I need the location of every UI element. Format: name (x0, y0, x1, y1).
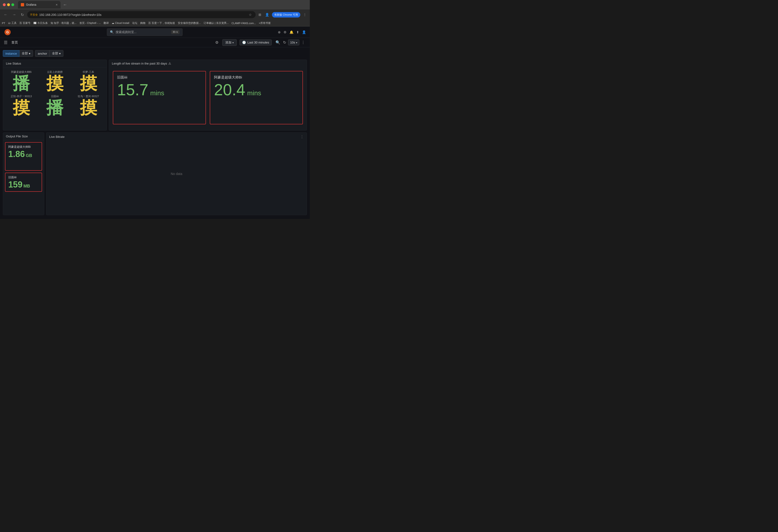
browser-tab-grafana[interactable]: Grafana ✕ (18, 1, 61, 8)
close-window-button[interactable] (3, 3, 6, 6)
stream-length-warning-icon: ⚠ (168, 62, 171, 65)
stream-stats: 旧面iiii 15.7 mins 阿豪是超级大帅Bi 20.4 mins (109, 67, 307, 128)
browser-toolbar: ← → ↻ 不安全 192.168.200.110:9972/?orgId=1&… (0, 9, 310, 20)
stream-stat-value-1: 20.4 mins (214, 82, 299, 98)
add-panel-button[interactable]: 添加 (222, 39, 237, 46)
minimize-window-button[interactable] (7, 3, 10, 6)
tab-title-label: Grafana (26, 3, 54, 6)
anchor-filter-chevron-icon: ▾ (59, 52, 61, 55)
refresh-interval-chevron-icon (296, 41, 297, 44)
streamer-char-2: 摸 (80, 75, 97, 92)
new-tab-button[interactable]: ← (62, 2, 69, 7)
share-icon[interactable]: ⬆ (296, 30, 299, 34)
live-bitrate-panel: Live Bitrate ⋮ No data (46, 132, 307, 215)
bookmark-toutiao[interactable]: 📰 今日头条 (33, 21, 48, 25)
address-bar[interactable]: 不安全 192.168.200.110:9972/?orgId=1&refres… (27, 11, 256, 18)
streamer-item-1: 云彩上的翅膀 摸 (38, 69, 71, 93)
back-button[interactable]: ← (2, 12, 9, 18)
bookmark-order[interactable]: 订单确认 | 东京宠男... (204, 21, 229, 25)
chrome-update-button[interactable]: 有新版 Chrome 可用 (272, 12, 300, 17)
streamer-char-3: 摸 (13, 99, 30, 116)
file-size-label-0: 阿豪是超级大帅Bi (8, 145, 39, 149)
live-status-grid: 阿豪是超级大帅Bi 播 云彩上的翅膀 摸 织梦-三杀 摸 正恒-鸽子丶90313… (3, 67, 107, 119)
streamer-char-1: 摸 (46, 75, 63, 92)
live-status-panel: Live Status 阿豪是超级大帅Bi 播 云彩上的翅膀 摸 织梦-三杀 摸 (3, 60, 107, 131)
hamburger-menu-button[interactable]: ☰ (4, 40, 8, 45)
maximize-window-button[interactable] (11, 3, 14, 6)
grafana-nav: ☰ 首页 ⚙ 添加 🕐 Last 30 minutes 🔍 ↻ 10s ⋮ (0, 38, 310, 47)
anchor-filter-key: anchor (35, 50, 50, 57)
refresh-icon[interactable]: ↻ (282, 39, 287, 46)
reload-button[interactable]: ↻ (19, 12, 25, 18)
live-status-panel-header: Live Status (3, 60, 107, 67)
panel-menu-icon[interactable]: ⋮ (300, 135, 304, 139)
bottom-panels-row: Output File Size 阿豪是超级大帅Bi 1.86 GB 旧面iii… (3, 132, 307, 215)
bookmark-chiphell[interactable]: 首页 - Chiphell - ... (79, 21, 101, 25)
search-shortcut-badge: ⌘+k (171, 30, 179, 34)
grafana-search-bar: 🔍 搜索或跳转至... ⌘+k (14, 28, 275, 36)
grafana-topbar: G 🔍 搜索或跳转至... ⌘+k ⊕ ⚙ 🔔 ⬆ 👤 (0, 26, 310, 38)
streamer-item-2: 织梦-三杀 摸 (72, 69, 105, 93)
no-data-label: No data (171, 172, 182, 176)
file-size-value-1: 159 MB (8, 180, 39, 189)
streamer-name-3: 正恒-鸽子丶90313 (11, 94, 32, 98)
zoom-out-icon[interactable]: 🔍 (275, 39, 281, 46)
live-bitrate-title: Live Bitrate (49, 135, 65, 139)
streamer-item-3: 正恒-鸽子丶90313 摸 (5, 94, 37, 117)
profile-icon[interactable]: 👤 (264, 12, 270, 17)
file-size-value-0: 1.86 GB (8, 150, 39, 158)
browser-titlebar: Grafana ✕ ← (0, 0, 310, 9)
notifications-icon[interactable]: 🔔 (290, 30, 294, 34)
bookmark-tools[interactable]: 🗂 工具 (8, 21, 16, 25)
toolbar-actions: ⊞ 👤 有新版 Chrome 可用 ⋮ (257, 12, 307, 17)
bookmark-shop[interactable]: 购物 (140, 21, 145, 25)
clock-icon: 🕐 (242, 41, 246, 44)
streamer-char-4: 播 (46, 99, 63, 116)
search-icon: 🔍 (110, 30, 114, 34)
streamer-item-4: 旧面iiii 播 (38, 94, 71, 117)
file-size-unit-0: GB (26, 153, 32, 158)
anchor-filter[interactable]: anchor 全部 ▾ (35, 50, 63, 57)
bookmark-baidu[interactable]: 百 百度一下，你就知道 (148, 21, 175, 25)
settings-gear-icon[interactable]: ⚙ (214, 39, 220, 46)
instance-filter-key: instance (3, 50, 19, 57)
add-icon: 添加 (225, 41, 232, 45)
grafana-logo[interactable]: G (4, 28, 11, 36)
bookmark-cloud-install[interactable]: ☁ Cloud Install (111, 21, 129, 24)
expand-icon[interactable]: ⋮ (300, 39, 306, 46)
extensions-icon[interactable]: ⊞ (257, 12, 262, 17)
file-size-item-1: 旧面iiii 159 MB (5, 173, 42, 192)
bookmark-all-bookmarks[interactable]: »所有书签 (259, 21, 270, 25)
settings-icon[interactable]: ⚙ (284, 30, 287, 34)
output-file-content: 阿豪是超级大帅Bi 1.86 GB 旧面iiii 159 MB (3, 140, 44, 194)
stream-stat-value-0: 15.7 mins (117, 82, 202, 98)
bookmark-zhihu[interactable]: 知 知乎 · 有问题，就... (51, 21, 76, 25)
bookmark-pt[interactable]: PT (2, 22, 5, 24)
more-options-icon[interactable]: ⋮ (302, 12, 307, 17)
bookmark-translate[interactable]: 翻译 (103, 21, 109, 25)
add-panel-icon[interactable]: ⊕ (278, 30, 281, 34)
grafana-search[interactable]: 🔍 搜索或跳转至... ⌘+k (107, 28, 182, 36)
instance-filter[interactable]: instance 全部 ▾ (3, 50, 33, 57)
user-avatar[interactable]: 👤 (302, 30, 306, 34)
bookmark-baijiahao[interactable]: 百 百家号 (19, 21, 30, 25)
tab-close-icon[interactable]: ✕ (56, 3, 58, 6)
bookmark-safe-storage[interactable]: 安全储存您的数据... (178, 21, 201, 25)
streamer-name-2: 织梦-三杀 (83, 70, 94, 74)
bookmark-star-icon[interactable]: ☆ (248, 12, 253, 17)
file-size-unit-1: MB (23, 184, 30, 188)
streamer-name-1: 云彩上的翅膀 (47, 70, 63, 74)
forward-button[interactable]: → (11, 12, 17, 18)
bookmark-forum[interactable]: 论坛 (132, 21, 137, 25)
file-size-item-0: 阿豪是超级大帅Bi 1.86 GB (5, 142, 42, 171)
file-size-number-1: 159 (8, 180, 22, 189)
time-range-picker[interactable]: 🕐 Last 30 minutes (240, 40, 272, 46)
tab-bar: Grafana ✕ ← (18, 1, 307, 8)
streamer-char-5: 摸 (80, 99, 97, 116)
nav-home-link[interactable]: 首页 (11, 41, 18, 45)
stream-stat-label-0: 旧面iiii (117, 75, 202, 80)
streamer-name-4: 旧面iiii (51, 94, 59, 98)
bookmark-clamp-fans[interactable]: CLAMP-FANS.com... (232, 22, 256, 24)
refresh-interval-selector[interactable]: 10s (288, 40, 299, 46)
url-display: 192.168.200.110:9972/?orgId=1&refresh=10… (39, 13, 246, 16)
